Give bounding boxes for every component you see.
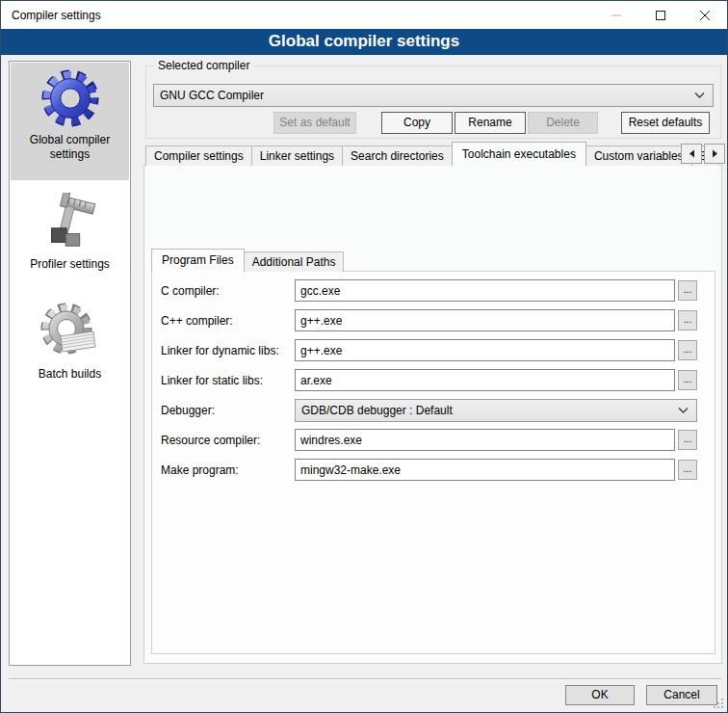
- tab-scroll-right-button[interactable]: [704, 144, 725, 164]
- tab-compiler-settings[interactable]: Compiler settings: [145, 145, 252, 166]
- tab-program-files[interactable]: Program Files: [151, 249, 245, 272]
- tab-search-directories[interactable]: Search directories: [342, 145, 453, 166]
- make-program-label: Make program:: [161, 463, 290, 477]
- tab-toolchain-executables[interactable]: Toolchain executables: [452, 142, 586, 166]
- sidebar-item-label: Batch builds: [11, 367, 129, 382]
- debugger-label: Debugger:: [161, 404, 290, 417]
- c-compiler-browse-button[interactable]: ...: [678, 280, 697, 301]
- sidebar-item-label: Global compiler settings: [11, 133, 129, 162]
- cpp-compiler-input[interactable]: [295, 309, 675, 331]
- window-title: Compiler settings: [12, 9, 101, 22]
- dynamic-linker-browse-button[interactable]: ...: [678, 340, 697, 360]
- resize-grip[interactable]: [715, 700, 723, 708]
- static-linker-browse-button[interactable]: ...: [678, 370, 697, 390]
- dynamic-linker-input[interactable]: [295, 339, 675, 361]
- tab-scroll-left-button[interactable]: [681, 144, 702, 164]
- compiler-select[interactable]: GNU GCC Compiler: [153, 84, 714, 107]
- sidebar-item-global-compiler-settings[interactable]: Global compiler settings: [11, 63, 129, 180]
- maximize-button[interactable]: [638, 1, 683, 29]
- selected-compiler-legend: Selected compiler: [154, 59, 253, 72]
- tab-additional-paths[interactable]: Additional Paths: [244, 251, 345, 272]
- rename-button[interactable]: Rename: [455, 112, 526, 134]
- cpp-compiler-browse-button[interactable]: ...: [678, 310, 697, 330]
- reset-defaults-button[interactable]: Reset defaults: [621, 112, 710, 134]
- tab-custom-variables[interactable]: Custom variables: [585, 145, 692, 166]
- copy-button[interactable]: Copy: [381, 112, 453, 134]
- sidebar-item-batch-builds[interactable]: Batch builds: [11, 297, 129, 382]
- cancel-button[interactable]: Cancel: [646, 685, 717, 705]
- close-button[interactable]: [683, 1, 727, 29]
- page-title: Global compiler settings: [1, 29, 727, 55]
- maximize-icon: [656, 11, 665, 20]
- chevron-down-icon: [694, 92, 705, 99]
- close-icon: [700, 11, 710, 20]
- chevron-down-icon: [678, 408, 689, 414]
- sidebar-item-profiler-settings[interactable]: Profiler settings: [11, 187, 129, 272]
- footer-divider: [9, 678, 721, 680]
- minimize-button[interactable]: [594, 1, 638, 29]
- compiler-select-value: GNU GCC Compiler: [160, 89, 264, 102]
- chevron-right-icon: [712, 149, 718, 158]
- minimize-icon: [611, 11, 621, 20]
- set-as-default-button[interactable]: Set as default: [273, 112, 356, 134]
- resource-compiler-browse-button[interactable]: ...: [678, 430, 697, 450]
- gray-gear-stack-icon: [11, 302, 129, 363]
- resource-compiler-label: Resource compiler:: [161, 434, 290, 447]
- make-program-browse-button[interactable]: ...: [678, 460, 697, 480]
- sidebar-item-label: Profiler settings: [11, 257, 129, 272]
- c-compiler-label: C compiler:: [161, 284, 290, 298]
- compiler-settings-dialog: Compiler settings Global compiler settin…: [0, 0, 728, 713]
- c-compiler-input[interactable]: [295, 279, 675, 302]
- resource-compiler-input[interactable]: [295, 429, 675, 451]
- compiler-tabs: Compiler settings Linker settings Search…: [145, 142, 717, 166]
- debugger-select[interactable]: GDB/CDB debugger : Default: [295, 399, 697, 422]
- cpp-compiler-label: C++ compiler:: [161, 314, 290, 328]
- ok-button[interactable]: OK: [565, 685, 635, 705]
- titlebar: Compiler settings: [1, 1, 727, 29]
- debugger-select-value: GDB/CDB debugger : Default: [301, 404, 453, 417]
- make-program-input[interactable]: [295, 459, 675, 481]
- caliper-icon: [11, 192, 129, 253]
- static-linker-input[interactable]: [295, 369, 675, 391]
- blue-gear-icon: [11, 67, 129, 129]
- toolchain-subtabs: Program Files Additional Paths: [151, 249, 343, 272]
- delete-button[interactable]: Delete: [528, 112, 598, 134]
- settings-category-list: Global compiler settings: [9, 61, 131, 666]
- static-linker-label: Linker for static libs:: [161, 374, 290, 387]
- dynamic-linker-label: Linker for dynamic libs:: [161, 344, 290, 357]
- tab-linker-settings[interactable]: Linker settings: [251, 145, 343, 166]
- chevron-left-icon: [689, 149, 695, 158]
